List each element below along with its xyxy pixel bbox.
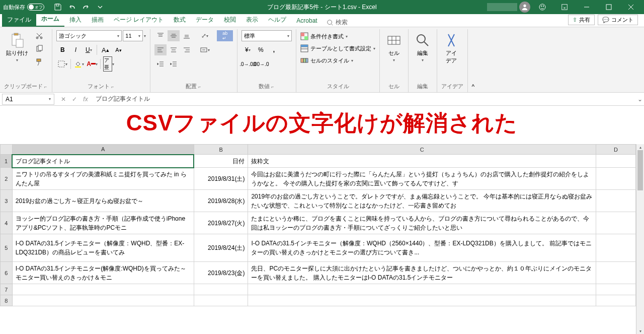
save-icon[interactable] <box>51 1 64 13</box>
cell-A5[interactable]: I-O DATAの31.5インチモニター（解像度：WQHD、型番：EX-LDQ3… <box>12 234 194 262</box>
column-header-D[interactable]: D <box>596 145 635 155</box>
autosave-toggle[interactable]: 自動保存 オフ <box>3 4 44 11</box>
row-header-8[interactable]: 8 <box>1 295 13 306</box>
increase-indent-icon[interactable] <box>168 58 180 70</box>
qat-dropdown-icon[interactable] <box>94 1 107 13</box>
font-color-icon[interactable]: A▾ <box>86 58 98 70</box>
cell-C8[interactable] <box>248 295 596 306</box>
format-painter-icon[interactable] <box>33 56 45 68</box>
cell-B2[interactable]: 2019/8/31(土) <box>194 168 248 190</box>
borders-icon[interactable]: ▾ <box>56 58 68 70</box>
copy-icon[interactable] <box>33 43 45 54</box>
user-avatar[interactable] <box>519 2 530 13</box>
row-header-7[interactable]: 7 <box>1 284 13 295</box>
row-header-3[interactable]: 3 <box>1 190 13 212</box>
cell-B5[interactable]: 2019/8/24(土) <box>194 234 248 262</box>
fill-color-icon[interactable]: ▾ <box>73 58 85 70</box>
italic-button[interactable]: I <box>69 44 82 55</box>
align-bottom-icon[interactable] <box>181 30 193 41</box>
tab-view[interactable]: 表示 <box>241 13 263 27</box>
cell-C2[interactable]: 今回はお盆に美濃うだつの町に行った際に「らんたん屋」という提灯（ちょうちん）のお… <box>248 168 596 190</box>
phonetic-icon[interactable]: ア亜▾ <box>103 58 115 70</box>
row-header-6[interactable]: 6 <box>1 262 13 284</box>
cell-A2[interactable]: ニワトリの吊るすタイプの美濃和紙ミニ提灯を買ってみた in らんたん屋 <box>12 168 194 190</box>
font-name-select[interactable]: 游ゴシック▾ <box>56 30 122 41</box>
cell-A3[interactable]: 2019お盆の過ごし方～寝正月ならぬ寝お盆で～ <box>12 190 194 212</box>
tab-pagelayout[interactable]: ページ レイアウト <box>109 13 169 27</box>
underline-button[interactable]: U▾ <box>83 44 95 55</box>
tab-formulas[interactable]: 数式 <box>169 13 191 27</box>
cell-B3[interactable]: 2019/8/28(水) <box>194 190 248 212</box>
vertical-scrollbar[interactable]: ▴ ▾ <box>636 144 644 334</box>
collapse-ribbon-icon[interactable]: ^ <box>468 29 478 92</box>
tab-acrobat[interactable]: Acrobat <box>291 15 322 27</box>
cell-B6[interactable]: 2019/8/23(金) <box>194 262 248 284</box>
enter-formula-icon[interactable]: ✓ <box>69 94 79 104</box>
tab-data[interactable]: データ <box>191 13 219 27</box>
cell-D6[interactable] <box>596 262 635 284</box>
ribbon-options-icon[interactable] <box>554 0 575 14</box>
user-name[interactable] <box>487 3 517 11</box>
editing-button[interactable]: 編集 ▾ <box>413 30 433 64</box>
bold-button[interactable]: B <box>56 44 68 55</box>
select-all-corner[interactable] <box>1 145 13 155</box>
orientation-icon[interactable]: ⤢▾ <box>199 30 211 41</box>
currency-icon[interactable]: ¥▾ <box>242 44 254 55</box>
spreadsheet-grid[interactable]: ABCD1ブログ記事タイトル日付抜粋文2ニワトリの吊るすタイプの美濃和紙ミニ提灯… <box>0 144 636 306</box>
paste-button[interactable]: 貼り付け ▾ <box>4 30 30 64</box>
cell-D4[interactable] <box>596 212 635 234</box>
column-header-B[interactable]: B <box>194 145 248 155</box>
undo-icon[interactable] <box>65 1 78 13</box>
cell-C1[interactable]: 抜粋文 <box>248 155 596 168</box>
align-left-icon[interactable] <box>154 44 167 55</box>
cell-C4[interactable]: たまにというか稀に、ブログを書くことに興味を持っている人から、ブログの書き方につ… <box>248 212 596 234</box>
redo-icon[interactable] <box>79 1 93 13</box>
cell-D3[interactable] <box>596 190 635 212</box>
row-header-4[interactable]: 4 <box>1 212 13 234</box>
formula-input[interactable] <box>93 94 636 105</box>
decrease-indent-icon[interactable] <box>154 58 167 70</box>
cell-C3[interactable]: 2019年のお盆の過ごし方ということで。ダレトクですが、まぁ備忘録ということで。… <box>248 190 596 212</box>
cancel-formula-icon[interactable]: ✕ <box>58 94 68 104</box>
cell-A8[interactable] <box>12 295 194 306</box>
number-format-select[interactable]: 標準▾ <box>242 30 292 41</box>
comments-button[interactable]: 💬コメント <box>598 15 638 25</box>
fx-icon[interactable]: fx <box>80 94 91 104</box>
cell-A6[interactable]: I-O DATAの31.5インチモニター(解像度:WQHD)を買ってみた～モニタ… <box>12 262 194 284</box>
merge-cells-icon[interactable]: ▾ <box>199 44 211 55</box>
align-middle-icon[interactable] <box>168 30 180 41</box>
tell-me-search[interactable]: 検索 <box>327 18 348 27</box>
cell-D2[interactable] <box>596 168 635 190</box>
decrease-decimal-icon[interactable]: .00→.0 <box>255 58 267 70</box>
share-button[interactable]: ⇧共有 <box>568 15 595 25</box>
comma-icon[interactable]: , <box>268 44 280 55</box>
row-header-2[interactable]: 2 <box>1 168 13 190</box>
cells-button[interactable]: セル ▾ <box>384 30 404 64</box>
wrap-text-icon[interactable]: ab↵ <box>217 30 233 41</box>
tab-review[interactable]: 校閲 <box>219 13 241 27</box>
increase-decimal-icon[interactable]: .0→.00 <box>242 58 254 70</box>
increase-font-icon[interactable]: A▴ <box>99 44 111 55</box>
cell-C5[interactable]: I-O DATAの31.5インチモニター（解像度：WQHD（2560×1440）… <box>248 234 596 262</box>
align-top-icon[interactable] <box>154 30 167 41</box>
tab-help[interactable]: ヘルプ <box>263 13 291 27</box>
cell-C7[interactable] <box>248 284 596 295</box>
cell-A4[interactable]: ヨッシー的ブログ記事の書き方・手順（記事作成で使うiPhoneアプリ&PCソフト… <box>12 212 194 234</box>
decrease-font-icon[interactable]: A▾ <box>112 44 124 55</box>
column-header-C[interactable]: C <box>248 145 596 155</box>
maximize-button[interactable] <box>599 0 619 14</box>
tab-draw[interactable]: 描画 <box>87 13 109 27</box>
conditional-formatting-button[interactable]: 条件付き書式▾ <box>300 32 375 40</box>
tab-insert[interactable]: 挿入 <box>64 13 87 27</box>
cell-B8[interactable] <box>194 295 248 306</box>
cell-B1[interactable]: 日付 <box>194 155 248 168</box>
tab-home[interactable]: ホーム <box>36 12 64 27</box>
column-header-A[interactable]: A <box>12 145 194 155</box>
row-header-5[interactable]: 5 <box>1 234 13 262</box>
tab-file[interactable]: ファイル <box>2 13 36 27</box>
cell-D5[interactable] <box>596 234 635 262</box>
cell-B7[interactable] <box>194 284 248 295</box>
font-size-select[interactable]: 11▾ <box>123 30 143 41</box>
row-header-1[interactable]: 1 <box>1 155 13 168</box>
cell-A7[interactable] <box>12 284 194 295</box>
